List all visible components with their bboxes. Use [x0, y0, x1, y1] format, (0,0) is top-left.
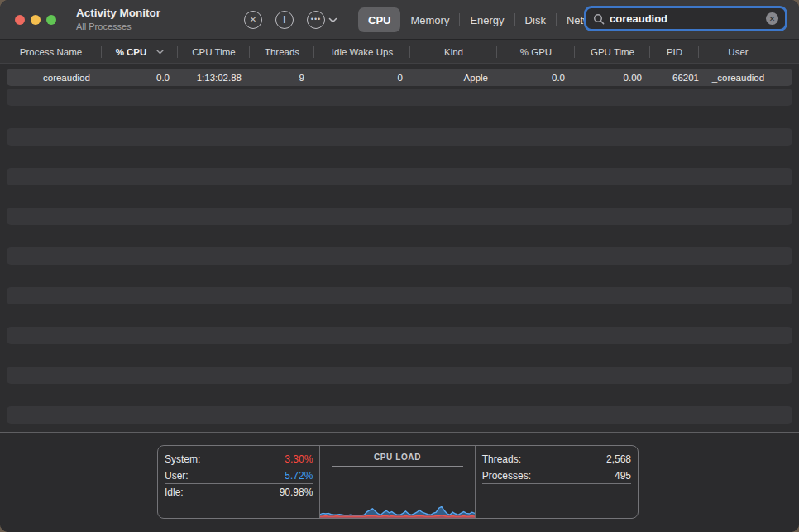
empty-row [0, 366, 799, 386]
search-icon [593, 13, 605, 25]
cell-gpu-time: 0.00 [575, 68, 650, 88]
toolbar-buttons: ✕ i ••• [244, 0, 337, 40]
column-header-pid[interactable]: PID [650, 40, 699, 64]
tab-memory[interactable]: Memory [400, 7, 459, 32]
activity-monitor-window: Activity Monitor All Processes ✕ i ••• C… [0, 0, 799, 532]
window-subtitle: All Processes [76, 22, 160, 31]
user-value: 5.72% [285, 470, 313, 482]
empty-row [0, 147, 799, 167]
more-options-group[interactable]: ••• [307, 11, 337, 29]
empty-row [0, 346, 799, 366]
x-circle-icon: ✕ [250, 15, 256, 24]
cell-gpu: 0.0 [497, 68, 575, 88]
clear-x-icon: ✕ [769, 15, 776, 23]
empty-row [0, 247, 799, 266]
cell-threads: 9 [250, 68, 314, 88]
cell-pid: 66201 [650, 68, 699, 88]
empty-row [0, 306, 799, 326]
processes-label: Processes: [482, 470, 531, 482]
threads-label: Threads: [482, 453, 521, 465]
empty-row [0, 286, 799, 306]
cpu-summary-box: System: 3.30% User: 5.72% Idle: 90.98% C… [157, 445, 639, 519]
empty-row [0, 386, 799, 405]
close-window-button[interactable] [15, 15, 25, 25]
empty-row [0, 266, 799, 286]
empty-row [0, 108, 799, 127]
cpu-usage-column: System: 3.30% User: 5.72% Idle: 90.98% [158, 446, 319, 518]
column-header-gpu[interactable]: % GPU [497, 40, 575, 64]
empty-row [0, 127, 799, 147]
cpu-load-title: CPU LOAD [320, 453, 474, 462]
process-table-body: coreaudiod 0.0 1:13:02.88 9 0 Apple 0.0 … [0, 64, 799, 432]
ellipsis-circle-icon: ••• [311, 15, 321, 23]
user-label: User: [165, 470, 189, 482]
empty-row [0, 405, 799, 425]
idle-label: Idle: [165, 486, 184, 498]
more-options-button[interactable]: ••• [307, 11, 325, 29]
view-segmented-control: CPU Memory Energy Disk Network [358, 7, 616, 32]
column-header-idle-wake-ups[interactable]: Idle Wake Ups [314, 40, 410, 64]
idle-value: 90.98% [280, 486, 313, 498]
system-label: System: [165, 453, 200, 465]
inspect-process-button[interactable]: i [275, 11, 294, 29]
sort-descending-icon [156, 50, 164, 55]
search-field[interactable]: ✕ [584, 6, 787, 31]
empty-row [0, 207, 799, 227]
process-row-coreaudiod[interactable]: coreaudiod 0.0 1:13:02.88 9 0 Apple 0.0 … [0, 68, 799, 88]
tab-cpu[interactable]: CPU [358, 7, 400, 32]
column-header-gpu-time[interactable]: GPU Time [575, 40, 650, 64]
stat-divider [482, 483, 631, 484]
title-block: Activity Monitor All Processes [76, 7, 160, 31]
column-header-kind[interactable]: Kind [410, 40, 497, 64]
cell-user: _coreaudiod [699, 68, 777, 88]
cell-idle-wake-ups: 0 [314, 68, 410, 88]
cell-process-name: coreaudiod [0, 68, 102, 88]
info-circle-icon: i [283, 14, 285, 26]
tab-disk[interactable]: Disk [515, 7, 556, 32]
column-header-threads[interactable]: Threads [250, 40, 314, 64]
column-header-user[interactable]: User [699, 40, 777, 64]
clear-search-button[interactable]: ✕ [766, 12, 778, 25]
cpu-load-graph-panel: CPU LOAD [319, 446, 475, 518]
cell-cpu-time: 1:13:02.88 [178, 68, 250, 88]
quit-process-button[interactable]: ✕ [244, 11, 262, 29]
empty-row [0, 88, 799, 108]
empty-row [0, 326, 799, 346]
table-header: Process Name % CPU CPU Time Threads Idle… [0, 40, 799, 64]
threads-value: 2,568 [606, 453, 631, 465]
chevron-down-icon [328, 17, 337, 23]
cell-cpu: 0.0 [102, 68, 178, 88]
zoom-window-button[interactable] [46, 15, 56, 25]
system-value: 3.30% [285, 453, 313, 465]
empty-row [0, 187, 799, 207]
footer-stats-bar: System: 3.30% User: 5.72% Idle: 90.98% C… [0, 432, 799, 532]
cpu-load-sparkline [320, 467, 475, 518]
column-header-cpu[interactable]: % CPU [102, 40, 178, 64]
minimize-window-button[interactable] [31, 15, 41, 25]
empty-row [0, 227, 799, 247]
column-header-process-name[interactable]: Process Name [0, 40, 102, 64]
tab-energy[interactable]: Energy [460, 7, 514, 32]
search-input[interactable] [605, 12, 766, 25]
column-header-cpu-time[interactable]: CPU Time [178, 40, 250, 64]
title-bar: Activity Monitor All Processes ✕ i ••• C… [0, 0, 799, 40]
cell-kind: Apple [410, 68, 497, 88]
empty-row [0, 167, 799, 187]
processes-value: 495 [615, 470, 631, 482]
window-controls [15, 15, 56, 25]
window-title: Activity Monitor [76, 7, 160, 20]
counts-column: Threads: 2,568 Processes: 495 [476, 446, 638, 518]
